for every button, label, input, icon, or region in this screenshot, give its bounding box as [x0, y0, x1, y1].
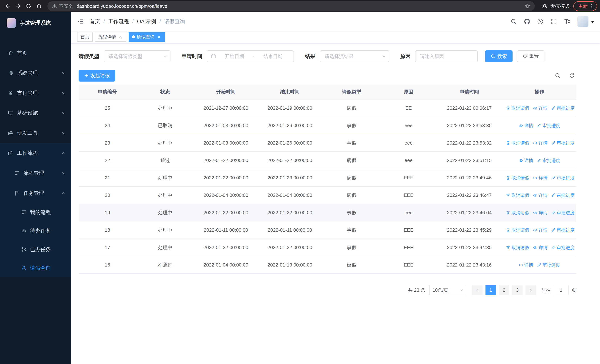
update-button[interactable]: 更新 [573, 1, 597, 11]
leave-type-select[interactable]: 请选择请假类型 [104, 50, 170, 62]
action-label: 取消请假 [511, 192, 529, 198]
detail-action[interactable]: 详情 [533, 192, 547, 198]
cancel-leave-action[interactable]: 取消请假 [506, 227, 529, 233]
approval-progress-action[interactable]: 审批进度 [551, 105, 574, 111]
cell-end-time: 2022-01-11 00:00:00 [258, 221, 322, 239]
help-icon[interactable] [534, 16, 546, 28]
approval-progress-action[interactable]: 审批进度 [537, 123, 560, 129]
menu-dots-icon[interactable] [589, 3, 595, 9]
edit-icon [551, 106, 555, 111]
apply-time-range-picker[interactable]: 开始日期 - 结束日期 [207, 50, 294, 62]
view-icon [533, 245, 537, 250]
sidebar-item-workflow[interactable]: 工作流程 [0, 143, 71, 163]
delete-icon [506, 106, 510, 111]
close-icon[interactable] [118, 34, 123, 39]
detail-action[interactable]: 详情 [533, 140, 547, 146]
sidebar-item-payment-mgmt[interactable]: 支付管理 [0, 83, 71, 103]
search-button[interactable]: 搜索 [485, 50, 513, 62]
page-button-1[interactable]: 1 [486, 285, 496, 295]
sidebar-item-task-mgmt[interactable]: 任务管理 [0, 183, 71, 203]
cell-start-time: 2022-01-04 00:00:00 [194, 256, 258, 274]
sidebar-item-todo-tasks[interactable]: 待办任务 [0, 222, 71, 240]
chevron-down-icon [62, 91, 66, 95]
approval-progress-action[interactable]: 审批进度 [551, 245, 574, 251]
cancel-leave-action[interactable]: 取消请假 [506, 192, 529, 198]
cell-apply-time: 2022-01-22 23:53:35 [436, 117, 503, 134]
breadcrumb-oa-example[interactable]: OA 示例 [129, 18, 156, 25]
detail-action[interactable]: 详情 [533, 210, 547, 216]
fold-icon [77, 18, 84, 25]
prev-page-button[interactable] [472, 285, 483, 295]
cell-actions: 详情审批进度 [503, 152, 576, 169]
monitor-icon [8, 110, 14, 116]
approval-progress-action[interactable]: 审批进度 [551, 227, 574, 233]
github-icon[interactable] [521, 16, 533, 28]
table-refresh-icon[interactable] [569, 73, 575, 79]
tab-leave-query[interactable]: 请假查询 [129, 32, 165, 42]
detail-action[interactable]: 详情 [533, 175, 547, 181]
sidebar-fold-button[interactable] [77, 18, 84, 25]
sidebar-item-home[interactable]: 首页 [0, 43, 71, 63]
url-bar[interactable]: 不安全 dashboard.yudao.iocoder.cn/bpm/oa/le… [47, 1, 535, 11]
table-toolbar: 发起请假 [79, 70, 576, 82]
tab-home[interactable]: 首页 [77, 32, 93, 42]
sidebar-item-infrastructure[interactable]: 基础设施 [0, 103, 71, 123]
filter-form: 请假类型 请选择请假类型 申请时间 开始日期 - 结束日期 结果 请选择流 [79, 50, 576, 62]
reset-button[interactable]: 重置 [517, 50, 544, 62]
chevron-down-icon [163, 54, 168, 59]
edit-icon [551, 211, 555, 215]
reload-button[interactable] [24, 1, 33, 11]
detail-action[interactable]: 详情 [533, 105, 547, 111]
detail-action[interactable]: 详情 [519, 123, 533, 129]
cancel-leave-action[interactable]: 取消请假 [506, 210, 529, 216]
result-select[interactable]: 请选择流结果 [320, 50, 389, 62]
approval-progress-action[interactable]: 审批进度 [551, 175, 574, 181]
detail-action[interactable]: 详情 [519, 158, 533, 163]
sidebar-item-system-mgmt[interactable]: 系统管理 [0, 63, 71, 83]
sidebar-item-leave-query[interactable]: 请假查询 [0, 259, 71, 277]
app-logo: 芋道管理系统 [0, 12, 71, 34]
action-label: 取消请假 [511, 245, 529, 251]
cancel-leave-action[interactable]: 取消请假 [506, 175, 529, 181]
bookmark-star-icon[interactable] [525, 3, 530, 9]
approval-progress-action[interactable]: 审批进度 [551, 140, 574, 146]
page-button-2[interactable]: 2 [499, 285, 509, 295]
breadcrumb-workflow[interactable]: 工作流程 [100, 18, 129, 25]
cancel-leave-action[interactable]: 取消请假 [506, 105, 529, 111]
detail-action[interactable]: 详情 [533, 227, 547, 233]
home-button[interactable] [34, 1, 44, 11]
avatar-image [577, 16, 589, 27]
user-avatar[interactable] [577, 16, 594, 27]
cancel-leave-action[interactable]: 取消请假 [506, 140, 529, 146]
detail-action[interactable]: 详情 [533, 245, 547, 251]
sidebar-item-process-mgmt[interactable]: 流程管理 [0, 163, 71, 183]
back-button[interactable] [3, 1, 13, 11]
create-leave-button[interactable]: 发起请假 [79, 70, 115, 82]
list-icon [14, 170, 20, 176]
cell-id: 22 [79, 152, 136, 169]
approval-progress-action[interactable]: 审批进度 [551, 210, 574, 216]
page-size-select[interactable]: 10条/页 [429, 285, 466, 295]
approval-progress-action[interactable]: 审批进度 [537, 262, 560, 268]
action-label: 审批进度 [542, 262, 560, 268]
cancel-leave-action[interactable]: 取消请假 [506, 245, 529, 251]
page-button-3[interactable]: 3 [512, 285, 523, 295]
sidebar-item-dev-tools[interactable]: 研发工具 [0, 123, 71, 143]
fullscreen-icon[interactable] [548, 16, 560, 28]
breadcrumb-home[interactable]: 首页 [90, 18, 100, 25]
goto-page-input[interactable] [554, 285, 569, 295]
next-page-button[interactable] [525, 285, 536, 295]
approval-progress-action[interactable]: 审批进度 [551, 192, 574, 198]
tab-process-detail[interactable]: 流程详情 [95, 32, 126, 42]
font-size-icon[interactable] [561, 16, 573, 28]
detail-action[interactable]: 详情 [519, 262, 533, 268]
sidebar-item-done-tasks[interactable]: 已办任务 [0, 240, 71, 259]
sidebar-item-my-process[interactable]: 我的流程 [0, 203, 71, 222]
forward-button[interactable] [13, 1, 23, 11]
close-icon[interactable] [156, 34, 162, 39]
arrow-right-icon [15, 3, 21, 9]
search-icon[interactable] [508, 16, 520, 28]
table-search-icon[interactable] [555, 73, 561, 79]
reason-input[interactable] [415, 50, 478, 62]
approval-progress-action[interactable]: 审批进度 [537, 158, 560, 163]
